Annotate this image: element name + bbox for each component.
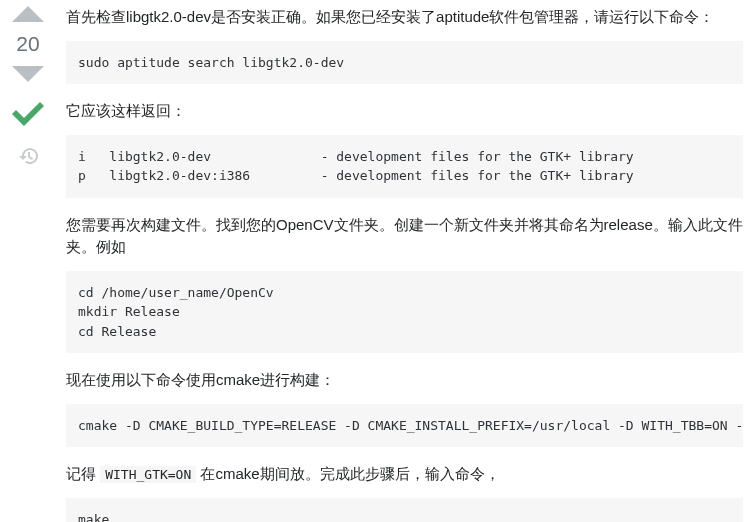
paragraph: 现在使用以下命令使用cmake进行构建： xyxy=(66,369,743,392)
accepted-check-icon xyxy=(10,96,46,135)
code-block[interactable]: cmake -D CMAKE_BUILD_TYPE=RELEASE -D CMA… xyxy=(66,404,743,448)
answer-body: 首先检查libgtk2.0-dev是否安装正确。如果您已经安装了aptitude… xyxy=(56,0,751,522)
paragraph: 首先检查libgtk2.0-dev是否安装正确。如果您已经安装了aptitude… xyxy=(66,6,743,29)
code-block[interactable]: make sudo make install xyxy=(66,498,743,523)
text: 在cmake期间放。完成此步骤后，输入命令， xyxy=(196,465,499,482)
code-block[interactable]: sudo aptitude search libgtk2.0-dev xyxy=(66,41,743,85)
history-icon[interactable] xyxy=(19,147,38,168)
inline-code: WITH_GTK=ON xyxy=(100,466,196,483)
paragraph: 您需要再次构建文件。找到您的OpenCV文件夹。创建一个新文件夹并将其命名为re… xyxy=(66,214,743,259)
code-block[interactable]: i libgtk2.0-dev - development files for … xyxy=(66,135,743,198)
vote-column: 20 xyxy=(0,0,56,522)
upvote-button[interactable] xyxy=(12,6,44,22)
text: 记得 xyxy=(66,465,100,482)
vote-score: 20 xyxy=(16,28,39,60)
downvote-button[interactable] xyxy=(12,66,44,82)
paragraph: 它应该这样返回： xyxy=(66,100,743,123)
code-block[interactable]: cd /home/user_name/OpenCv mkdir Release … xyxy=(66,271,743,354)
paragraph: 记得 WITH_GTK=ON 在cmake期间放。完成此步骤后，输入命令， xyxy=(66,463,743,486)
